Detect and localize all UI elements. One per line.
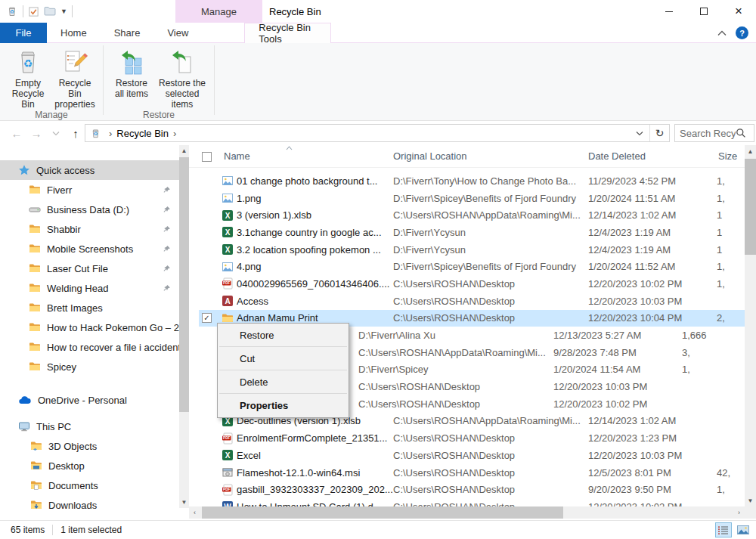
sidebar-item-label: Spicey	[47, 361, 76, 373]
sidebar-item-desktop[interactable]: Desktop	[0, 456, 179, 475]
sidebar-item-laser-cut-file[interactable]: Laser Cut File	[0, 259, 179, 278]
file-row[interactable]: X3.2 location spoofing pokemon ...D:\Fiv…	[199, 241, 745, 259]
column-header-size[interactable]: Size	[718, 150, 737, 162]
column-header-date-deleted[interactable]: Date Deleted	[588, 150, 646, 162]
file-row[interactable]: 1.pngD:\Fiverr\Spicey\Benefits of Fjord …	[199, 190, 745, 207]
file-date-deleted: 11/29/2023 4:52 PM	[588, 175, 717, 187]
tab-share[interactable]: Share	[101, 23, 154, 43]
sidebar-item-quick-access[interactable]: Quick access	[0, 160, 179, 180]
minimize-button[interactable]	[652, 0, 686, 23]
address-dropdown-chevron-icon[interactable]	[630, 131, 649, 136]
menu-item-delete[interactable]: Delete	[218, 372, 349, 392]
file-row[interactable]: AAccessC:\Users\ROSHAN\Desktop12/20/2023…	[199, 293, 745, 310]
menu-item-restore[interactable]: Restore	[218, 325, 349, 345]
file-row[interactable]: X3.1change country in google ac...D:\Fiv…	[199, 224, 745, 241]
forward-icon[interactable]: →	[27, 124, 45, 142]
qat-folder-icon[interactable]	[44, 6, 56, 17]
breadcrumb-chevron-icon[interactable]: ›	[169, 128, 181, 139]
file-row[interactable]: X3 (version 1).xlsbC:\Users\ROSHAN\AppDa…	[199, 206, 745, 224]
restore-all-items-button[interactable]: Restore all items	[108, 46, 155, 110]
file-date-deleted: 12/5/2023 8:01 PM	[588, 467, 717, 479]
sidebar-item-this-pc[interactable]: This PC	[0, 417, 179, 436]
collapse-ribbon-icon[interactable]	[717, 30, 727, 36]
menu-item-cut[interactable]: Cut	[218, 348, 349, 368]
tab-file[interactable]: File	[0, 23, 47, 43]
folder-icon	[29, 243, 41, 255]
close-button[interactable]: ×	[721, 0, 756, 23]
recent-locations-chevron-icon[interactable]	[47, 124, 65, 142]
tab-home[interactable]: Home	[47, 23, 101, 43]
sidebar-item-business-data-d[interactable]: Business Data (D:)	[0, 200, 179, 219]
scroll-up-icon[interactable]: ▲	[179, 145, 189, 156]
sidebar-item-onedrive-personal[interactable]: OneDrive - Personal	[0, 390, 179, 410]
sidebar-item-fiverr[interactable]: Fiverr	[0, 180, 179, 200]
details-view-button[interactable]	[715, 522, 732, 537]
horizontal-scrollbar[interactable]: ‹ ›	[189, 506, 745, 519]
thumbnail-view-button[interactable]	[735, 522, 751, 537]
scroll-up-icon[interactable]: ▲	[745, 145, 756, 157]
sidebar-item-downloads[interactable]: Downloads	[0, 495, 179, 515]
vertical-scrollbar[interactable]: ▲ ▼	[745, 145, 756, 506]
ribbon-group-manage: ♻Empty Recycle BinRecycle Bin properties…	[0, 43, 103, 120]
sidebar-item-documents[interactable]: Documents	[0, 475, 179, 495]
file-original-location: C:\Users\ROSHAN\AppData\Roaming\Mi...	[393, 209, 588, 221]
excel-icon: X	[222, 209, 237, 221]
ribbon-tab-strip: File Home Share View Recycle Bin Tools	[0, 23, 756, 43]
sidebar-item-shabbir[interactable]: Shabbir	[0, 219, 179, 239]
sidebar-scrollbar-thumb[interactable]	[179, 157, 189, 412]
refresh-icon[interactable]: ↻	[649, 125, 669, 141]
file-row[interactable]: Flameshot-12.1.0-win64.msiC:\Users\ROSHA…	[199, 464, 745, 482]
row-checkbox-cell: ✓	[202, 313, 222, 323]
recycle-bin-properties-button[interactable]: Recycle Bin properties	[51, 46, 98, 110]
restore-the-selected-items-button[interactable]: Restore the selected items	[155, 46, 209, 110]
scroll-down-icon[interactable]: ▼	[179, 497, 189, 508]
search-icon[interactable]	[736, 128, 746, 138]
image-icon	[222, 192, 237, 204]
sidebar-item-welding-head[interactable]: Welding Head	[0, 278, 179, 298]
qat-dropdown-caret-icon[interactable]: ▼	[60, 8, 67, 15]
breadcrumb-chevron-icon[interactable]: ›	[104, 128, 116, 139]
search-input[interactable]	[675, 128, 736, 139]
scroll-down-icon[interactable]: ▼	[745, 494, 756, 506]
back-icon[interactable]: ←	[8, 124, 26, 142]
up-icon[interactable]: ↑	[67, 124, 85, 142]
restore-all-items-icon	[119, 49, 144, 75]
tab-view[interactable]: View	[153, 23, 202, 43]
file-row[interactable]: PDFgasbill_3932303337_202309_202...C:\Us…	[199, 481, 745, 498]
sidebar-item-music[interactable]: ♪Music	[0, 515, 179, 520]
file-row[interactable]: PDFEnrolmentFormComplete_21351...C:\User…	[199, 429, 745, 447]
file-row[interactable]: 01 change photo background t...D:\Fiverr…	[199, 172, 745, 190]
scroll-left-icon[interactable]: ‹	[189, 506, 200, 519]
svg-text:X: X	[225, 246, 231, 254]
empty-recycle-bin-button[interactable]: ♻Empty Recycle Bin	[5, 46, 51, 110]
file-name: gasbill_3932303337_202309_202...	[237, 484, 393, 495]
file-row[interactable]: XExcelC:\Users\ROSHAN\Desktop12/20/2023 …	[199, 447, 745, 464]
file-row[interactable]: 4.pngD:\Fiverr\Spicey\Benefits of Fjord …	[199, 258, 745, 275]
scroll-right-icon[interactable]: ›	[733, 506, 745, 519]
pin-icon	[162, 283, 172, 293]
search-box	[674, 124, 754, 142]
column-header-name[interactable]: Name	[224, 150, 250, 162]
sidebar-item-mobile-screenshots[interactable]: Mobile Screenshots	[0, 239, 179, 259]
sidebar-item-how-to-hack-pokemon-go-202[interactable]: How to Hack Pokemon Go – 202	[0, 318, 179, 337]
address-box[interactable]: ♻ › Recycle Bin › ↻	[85, 124, 670, 142]
file-row[interactable]: PDF0400029965569_706014346406....C:\User…	[199, 275, 745, 293]
sidebar-item-3d-objects[interactable]: 3D Objects	[0, 436, 179, 456]
breadcrumb-segment[interactable]: Recycle Bin	[116, 128, 169, 139]
sidebar-item-spicey[interactable]: Spicey	[0, 357, 179, 376]
sidebar-item-how-to-recover-a-file-i-accidenta[interactable]: How to recover a file i accidenta	[0, 337, 179, 357]
column-header-original-location[interactable]: Original Location	[393, 150, 467, 162]
sidebar-scrollbar[interactable]: ▲ ▼	[179, 145, 189, 508]
select-all-checkbox[interactable]	[202, 152, 212, 162]
qat-checkmark-icon[interactable]	[28, 6, 39, 17]
sidebar-item-brett-images[interactable]: Brett Images	[0, 298, 179, 318]
vertical-scrollbar-thumb[interactable]	[745, 159, 756, 255]
help-icon[interactable]: ?	[736, 26, 748, 39]
item-checkbox[interactable]: ✓	[202, 313, 212, 323]
horizontal-scrollbar-thumb[interactable]	[202, 506, 563, 519]
maximize-button[interactable]	[686, 0, 721, 23]
tab-recycle-bin-tools[interactable]: Recycle Bin Tools	[244, 23, 331, 43]
file-original-location: D:\Fiverr\Tony\How to Change Photo Ba...	[393, 175, 588, 187]
menu-item-properties[interactable]: Properties	[218, 395, 349, 415]
file-size: 1,	[717, 484, 744, 495]
